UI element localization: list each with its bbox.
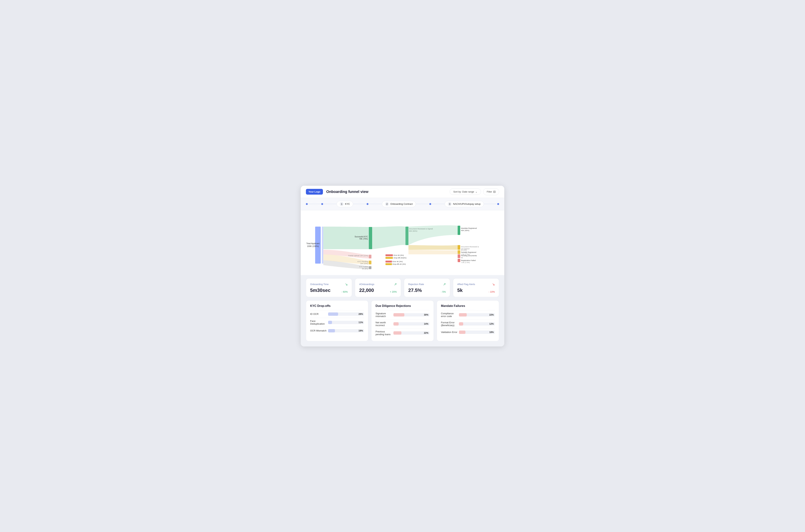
step-dot-end: [497, 203, 499, 205]
filter-label: Filter: [487, 190, 492, 193]
step-num-3: 3: [448, 202, 452, 206]
bar-fill: [393, 313, 404, 317]
svg-rect-13: [457, 245, 460, 250]
kyc-dropoffs-card: KYC Drop-offs ID OCR 28% Face Deduplicat…: [306, 300, 368, 341]
mandate-failures-card: Mandate Failures Compliance error code 2…: [437, 300, 499, 341]
bar-container: 22%: [459, 313, 495, 317]
bar-pct: 19%: [358, 329, 363, 332]
sort-label: Sort by: Date range: [453, 190, 474, 193]
svg-text:Error  4K (4%): Error 4K (4%): [393, 261, 403, 263]
metric-label-onboardings: #Onboardings ↗: [359, 282, 397, 286]
chevron-down-icon: [475, 190, 478, 193]
step-line-4: [369, 204, 381, 204]
page-title: Onboarding funnel view: [326, 190, 369, 194]
step-onboarding-contract[interactable]: 2 Onboarding Contract: [382, 201, 416, 207]
svg-rect-23: [457, 259, 460, 262]
bar-container: 19%: [328, 329, 364, 333]
table-row: Previous pending loans 22%: [375, 328, 429, 337]
arrow-up-green-icon: ↗: [394, 282, 397, 286]
net-worth-label: Net worth incorrect: [375, 321, 393, 327]
bar-pct: 12%: [489, 323, 494, 325]
bar-container: 12%: [459, 322, 495, 326]
bar-pct: 18%: [489, 331, 494, 334]
bar-fill: [393, 322, 398, 326]
step-line-7: [484, 204, 497, 204]
metric-change-onboardings: + 20%: [390, 290, 397, 293]
header-left: Your Logo Onboarding funnel view: [306, 189, 369, 195]
metric-onboarding-time: Onboarding Time ↘ 5m30sec - 60%: [306, 279, 352, 297]
svg-text:100K (100%): 100K (100%): [307, 245, 319, 247]
steps-bar: 1 KYC 2 Onboarding Contract 3 NACH/UPI/A…: [301, 198, 504, 210]
bar-fill: [459, 330, 465, 334]
step-line-2: [323, 204, 336, 204]
metric-value-rejection: 27.5% - 5%: [408, 287, 446, 293]
mandate-failures-title: Mandate Failures: [441, 304, 495, 308]
header-right: Sort by: Date range Filter ⊟: [450, 188, 499, 195]
svg-text:Mandate Registered: Mandate Registered: [461, 227, 477, 229]
svg-rect-39: [369, 266, 371, 269]
table-row: ID OCR 28%: [310, 310, 364, 318]
step-dot-2: [367, 203, 369, 205]
svg-rect-30: [386, 257, 393, 259]
row-label: Validation Error: [441, 331, 459, 334]
row-label: Face Deduplication: [310, 320, 328, 325]
step-dot-3: [429, 203, 431, 205]
svg-text:10K (10%): 10K (10%): [360, 263, 368, 265]
svg-text:8K (8%): 8K (8%): [362, 268, 368, 270]
bar-fill: [328, 321, 332, 324]
filter-button[interactable]: Filter ⊟: [483, 188, 499, 195]
svg-text:Partial Upload 12K (12%): Partial Upload 12K (12%): [348, 254, 368, 256]
arrow-down-green-icon: ↘: [345, 282, 348, 286]
svg-text:Successful KYC: Successful KYC: [355, 236, 368, 238]
row-label: OCR Mismatch: [310, 329, 328, 332]
bar-pct: 28%: [358, 313, 363, 316]
step-num-2: 2: [385, 202, 389, 206]
svg-text:7.5K (7.5%): 7.5K (7.5%): [461, 262, 470, 263]
due-diligence-card: Due Diligence Rejections Signature misma…: [371, 300, 434, 341]
svg-rect-7: [406, 227, 408, 245]
svg-text:Total Applicant: Total Applicant: [306, 242, 320, 245]
bar-container: 14%: [393, 322, 429, 326]
svg-text:Partially Registered: Partially Registered: [461, 251, 476, 253]
svg-text:Document Reviewed &: Document Reviewed &: [461, 246, 479, 248]
svg-text:KYC Pending: KYC Pending: [357, 261, 368, 263]
svg-rect-26: [369, 255, 371, 259]
metric-label-rejection: Rejection Rate ↗: [408, 282, 446, 286]
step-line-3: [353, 204, 366, 204]
step-kyc[interactable]: 1 KYC: [337, 201, 353, 207]
dashboard: Your Logo Onboarding funnel view Sort by…: [301, 186, 504, 346]
svg-rect-1: [322, 227, 323, 264]
bar-pct: 22%: [424, 332, 428, 334]
metric-change-onboarding: - 60%: [341, 290, 348, 293]
filter-icon: ⊟: [493, 190, 495, 193]
svg-rect-17: [457, 250, 460, 254]
due-diligence-title: Due Diligence Rejections: [375, 304, 429, 308]
svg-rect-20: [457, 254, 460, 258]
row-label: Format Error (Beneficiary): [441, 321, 459, 327]
bar-pct: 22%: [489, 314, 494, 316]
header: Your Logo Onboarding funnel view Sort by…: [301, 186, 504, 198]
sankey-svg: Total Applicant 100K (100%) Successful K…: [306, 215, 499, 273]
svg-rect-37: [386, 263, 392, 265]
bar-container: 30%: [393, 313, 429, 317]
row-label: Previous pending loans: [375, 330, 393, 336]
sankey-chart: Total Applicant 100K (100%) Successful K…: [306, 215, 499, 273]
logo: Your Logo: [306, 189, 323, 195]
svg-rect-28: [386, 254, 393, 256]
step-nach[interactable]: 3 NACH/UPI/Autopay setup: [445, 201, 484, 207]
table-row: Face Deduplication 11%: [310, 318, 364, 327]
metric-red-flags: #Red Flag Alerts ↘ 5k - 10%: [453, 279, 499, 297]
table-row-net-worth: Net worth incorrect 14%: [375, 319, 429, 328]
bar-pct: 30%: [424, 314, 428, 316]
row-label: Signature mismatch: [375, 312, 393, 318]
table-row: Validation Error 18%: [441, 328, 495, 336]
metric-change-rejection: - 5%: [441, 290, 446, 293]
sort-button[interactable]: Sort by: Date range: [450, 189, 481, 195]
bar-fill: [328, 329, 335, 332]
table-row: Format Error (Beneficiary) 12%: [441, 319, 495, 328]
bar-container: 22%: [393, 331, 429, 335]
bar-container: 18%: [459, 330, 495, 334]
metric-value-onboardings: 22,000 + 20%: [359, 287, 397, 293]
step-kyc-label: KYC: [345, 203, 350, 205]
row-label: Compliance error code: [441, 312, 459, 318]
